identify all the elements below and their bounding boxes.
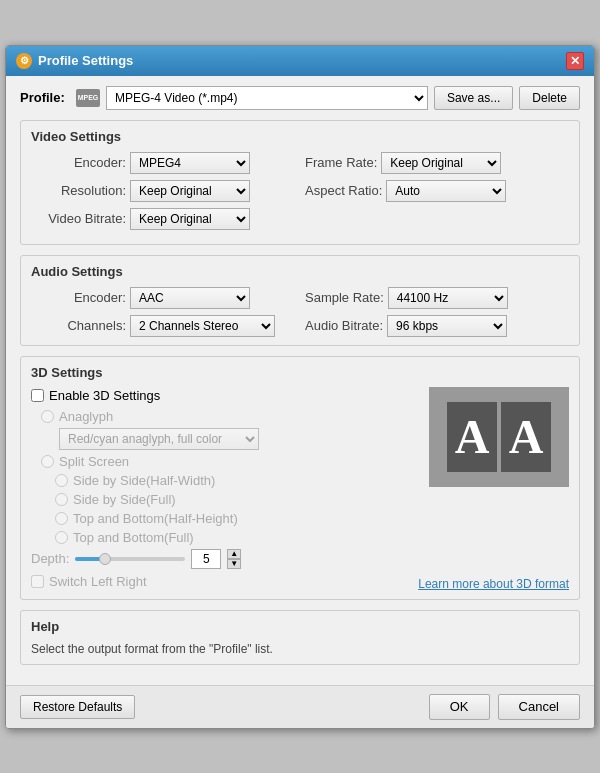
channels-select[interactable]: 2 Channels Stereo bbox=[130, 315, 275, 337]
encoder-label: Encoder: bbox=[31, 155, 126, 170]
video-bitrate-row: Video Bitrate: Keep Original bbox=[31, 208, 569, 230]
channels-label: Channels: bbox=[31, 318, 126, 333]
profile-settings-dialog: ⚙ Profile Settings ✕ Profile: MPEG MPEG-… bbox=[5, 45, 595, 729]
enable-3d-label[interactable]: Enable 3D Settings bbox=[49, 388, 160, 403]
bottom-bar: Restore Defaults OK Cancel bbox=[6, 685, 594, 728]
audio-bitrate-col: Audio Bitrate: 96 kbps bbox=[305, 315, 569, 337]
close-button[interactable]: ✕ bbox=[566, 52, 584, 70]
side-by-side-full-radio[interactable] bbox=[55, 493, 68, 506]
resolution-label: Resolution: bbox=[31, 183, 126, 198]
depth-slider-track[interactable] bbox=[75, 557, 185, 561]
profile-label: Profile: bbox=[20, 90, 70, 105]
profile-format-icon: MPEG bbox=[76, 89, 100, 107]
audio-bitrate-select[interactable]: 96 kbps bbox=[387, 315, 507, 337]
switch-row: Switch Left Right Learn more about 3D fo… bbox=[31, 573, 569, 591]
help-text: Select the output format from the "Profi… bbox=[31, 642, 569, 656]
preview-letter-a2: A bbox=[501, 402, 551, 472]
top-bottom-half-row: Top and Bottom(Half-Height) bbox=[31, 511, 569, 526]
sample-rate-select[interactable]: 44100 Hz bbox=[388, 287, 508, 309]
top-bottom-full-row: Top and Bottom(Full) bbox=[31, 530, 569, 545]
video-bitrate-select[interactable]: Keep Original bbox=[130, 208, 250, 230]
enable-3d-checkbox[interactable] bbox=[31, 389, 44, 402]
channels-col: Channels: 2 Channels Stereo bbox=[31, 315, 295, 337]
top-bottom-half-label[interactable]: Top and Bottom(Half-Height) bbox=[73, 511, 238, 526]
frame-rate-label: Frame Rate: bbox=[305, 155, 377, 170]
frame-rate-select[interactable]: Keep Original bbox=[381, 152, 501, 174]
encoder-select[interactable]: MPEG4 bbox=[130, 152, 250, 174]
side-by-side-full-row: Side by Side(Full) bbox=[31, 492, 569, 507]
restore-defaults-button[interactable]: Restore Defaults bbox=[20, 695, 135, 719]
preview-aa-display: A A bbox=[447, 402, 551, 472]
delete-button[interactable]: Delete bbox=[519, 86, 580, 110]
audio-row-1: Encoder: AAC Sample Rate: 44100 Hz bbox=[31, 287, 569, 309]
preview-letter-a1: A bbox=[447, 402, 497, 472]
resolution-col: Resolution: Keep Original bbox=[31, 180, 295, 202]
video-row-2: Resolution: Keep Original Aspect Ratio: … bbox=[31, 180, 569, 202]
ok-button[interactable]: OK bbox=[429, 694, 490, 720]
depth-row: Depth: ▲ ▼ bbox=[31, 549, 569, 569]
bottom-right-buttons: OK Cancel bbox=[429, 694, 580, 720]
dialog-content: Profile: MPEG MPEG-4 Video (*.mp4) Save … bbox=[6, 76, 594, 685]
audio-settings-title: Audio Settings bbox=[31, 264, 569, 279]
video-settings-section: Video Settings Encoder: MPEG4 Frame Rate… bbox=[20, 120, 580, 245]
3d-settings-section: 3D Settings A A Enable 3D Settings Anagl… bbox=[20, 356, 580, 600]
video-row-1: Encoder: MPEG4 Frame Rate: Keep Original bbox=[31, 152, 569, 174]
switch-left-right-checkbox[interactable] bbox=[31, 575, 44, 588]
profile-row: Profile: MPEG MPEG-4 Video (*.mp4) Save … bbox=[20, 86, 580, 110]
top-bottom-half-radio[interactable] bbox=[55, 512, 68, 525]
video-bitrate-label: Video Bitrate: bbox=[31, 211, 126, 226]
audio-bitrate-label: Audio Bitrate: bbox=[305, 318, 383, 333]
aspect-ratio-col: Aspect Ratio: Auto bbox=[305, 180, 569, 202]
save-as-button[interactable]: Save as... bbox=[434, 86, 513, 110]
sample-rate-label: Sample Rate: bbox=[305, 290, 384, 305]
cancel-button[interactable]: Cancel bbox=[498, 694, 580, 720]
side-by-side-half-label[interactable]: Side by Side(Half-Width) bbox=[73, 473, 215, 488]
aspect-ratio-label: Aspect Ratio: bbox=[305, 183, 382, 198]
learn-more-link[interactable]: Learn more about 3D format bbox=[418, 577, 569, 591]
video-settings-title: Video Settings bbox=[31, 129, 569, 144]
split-screen-label[interactable]: Split Screen bbox=[59, 454, 129, 469]
switch-left: Switch Left Right bbox=[31, 574, 147, 589]
switch-left-right-label[interactable]: Switch Left Right bbox=[49, 574, 147, 589]
depth-spinner: ▲ ▼ bbox=[227, 549, 241, 569]
frame-rate-col: Frame Rate: Keep Original bbox=[305, 152, 569, 174]
anaglyph-type-select[interactable]: Red/cyan anaglyph, full color bbox=[59, 428, 259, 450]
help-section: Help Select the output format from the "… bbox=[20, 610, 580, 665]
audio-encoder-label: Encoder: bbox=[31, 290, 126, 305]
profile-select[interactable]: MPEG-4 Video (*.mp4) bbox=[106, 86, 428, 110]
depth-slider-thumb[interactable] bbox=[99, 553, 111, 565]
encoder-col: Encoder: MPEG4 bbox=[31, 152, 295, 174]
help-title: Help bbox=[31, 619, 569, 634]
audio-encoder-col: Encoder: AAC bbox=[31, 287, 295, 309]
sample-rate-col: Sample Rate: 44100 Hz bbox=[305, 287, 569, 309]
depth-down-button[interactable]: ▼ bbox=[227, 559, 241, 569]
depth-slider-container bbox=[75, 557, 185, 561]
top-bottom-full-label[interactable]: Top and Bottom(Full) bbox=[73, 530, 194, 545]
title-bar-left: ⚙ Profile Settings bbox=[16, 53, 133, 69]
side-by-side-full-label[interactable]: Side by Side(Full) bbox=[73, 492, 176, 507]
depth-value-input[interactable] bbox=[191, 549, 221, 569]
split-screen-radio[interactable] bbox=[41, 455, 54, 468]
side-by-side-half-radio[interactable] bbox=[55, 474, 68, 487]
anaglyph-radio[interactable] bbox=[41, 410, 54, 423]
audio-row-2: Channels: 2 Channels Stereo Audio Bitrat… bbox=[31, 315, 569, 337]
resolution-select[interactable]: Keep Original bbox=[130, 180, 250, 202]
depth-up-button[interactable]: ▲ bbox=[227, 549, 241, 559]
title-bar: ⚙ Profile Settings ✕ bbox=[6, 46, 594, 76]
dialog-title: Profile Settings bbox=[38, 53, 133, 68]
anaglyph-label[interactable]: Anaglyph bbox=[59, 409, 113, 424]
3d-preview-box: A A bbox=[429, 387, 569, 487]
audio-encoder-select[interactable]: AAC bbox=[130, 287, 250, 309]
aspect-ratio-select[interactable]: Auto bbox=[386, 180, 506, 202]
dialog-icon: ⚙ bbox=[16, 53, 32, 69]
audio-settings-section: Audio Settings Encoder: AAC Sample Rate:… bbox=[20, 255, 580, 346]
depth-label: Depth: bbox=[31, 551, 69, 566]
top-bottom-full-radio[interactable] bbox=[55, 531, 68, 544]
3d-settings-title: 3D Settings bbox=[31, 365, 569, 380]
